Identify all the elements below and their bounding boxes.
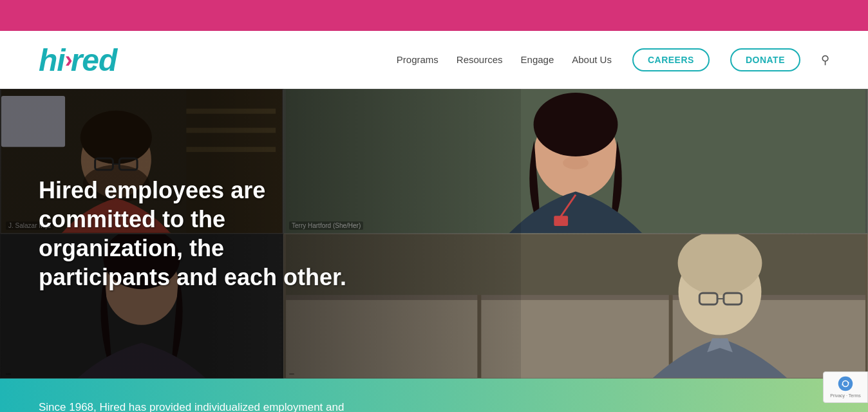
nav-link-resources[interactable]: Resources	[457, 54, 503, 65]
nav-item-engage[interactable]: Engage	[521, 54, 554, 66]
careers-button[interactable]: CAREERS	[632, 48, 710, 71]
recaptcha-terms[interactable]: Privacy · Terms	[830, 393, 861, 398]
nav-links-list: Programs Resources Engage About Us	[397, 54, 612, 66]
nav-link-programs[interactable]: Programs	[397, 54, 439, 65]
main-nav: Programs Resources Engage About Us CAREE…	[397, 48, 829, 71]
site-header: hi›red Programs Resources Engage About U…	[0, 31, 868, 89]
nav-link-engage[interactable]: Engage	[521, 54, 554, 65]
nav-item-about-us[interactable]: About Us	[572, 54, 612, 66]
logo-wordmark: hi›red	[39, 42, 117, 78]
donate-button[interactable]: DONATE	[730, 48, 800, 71]
svg-point-33	[838, 376, 853, 391]
svg-point-17	[563, 156, 589, 169]
recaptcha-badge: Privacy · Terms	[823, 371, 868, 403]
nav-link-about-us[interactable]: About Us	[572, 54, 612, 65]
info-bar-text: Since 1968, Hired has provided individua…	[39, 399, 344, 412]
nav-item-programs[interactable]: Programs	[397, 54, 439, 66]
nav-item-resources[interactable]: Resources	[457, 54, 503, 66]
info-bar: Since 1968, Hired has provided individua…	[0, 379, 868, 412]
logo[interactable]: hi›red	[39, 42, 117, 78]
search-button[interactable]: ⚲	[821, 53, 829, 67]
recaptcha-icon	[838, 376, 853, 391]
svg-point-16	[534, 93, 618, 156]
hero-text-block: Hired employees are committed to the org…	[39, 176, 361, 292]
top-accent-bar	[0, 0, 868, 31]
hero-headline: Hired employees are committed to the org…	[39, 176, 361, 292]
search-icon: ⚲	[821, 53, 829, 66]
svg-rect-19	[554, 216, 568, 226]
hero-section: J. Salazar Mija Terr	[0, 89, 868, 379]
